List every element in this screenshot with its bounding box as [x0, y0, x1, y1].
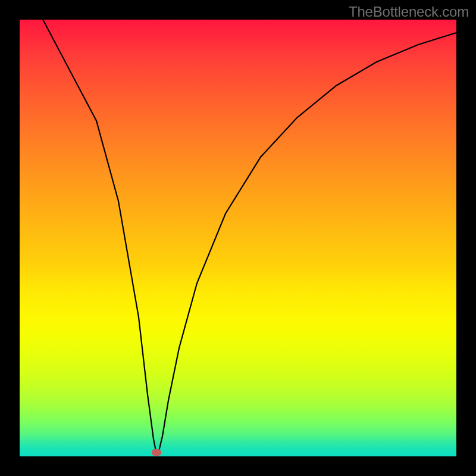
- bottleneck-curve: [30, 20, 456, 453]
- plot-area: [20, 20, 456, 456]
- watermark-text: TheBottleneck.com: [349, 4, 469, 20]
- curve-svg: [20, 20, 456, 456]
- minimum-marker: [152, 449, 161, 456]
- chart-frame: TheBottleneck.com: [0, 0, 476, 476]
